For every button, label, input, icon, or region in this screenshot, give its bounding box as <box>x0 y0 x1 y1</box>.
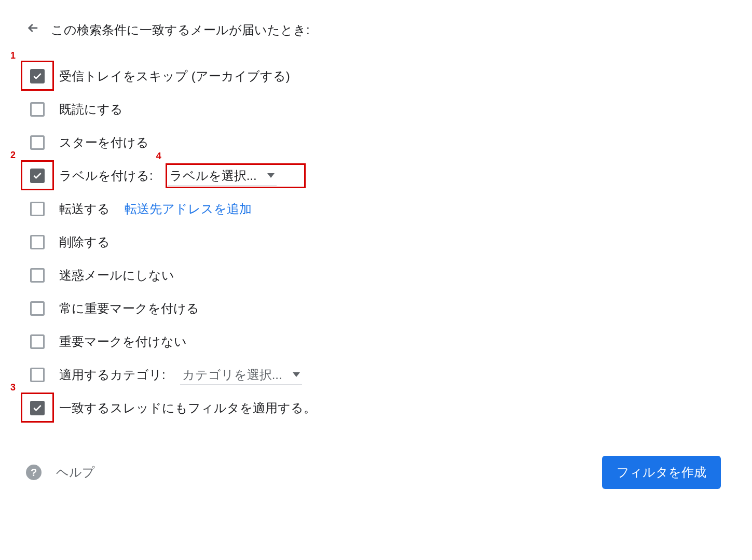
option-star: スターを付ける <box>30 126 726 159</box>
option-mark-read: 既読にする <box>30 93 726 126</box>
label-apply-label: ラベルを付ける: <box>59 167 153 184</box>
option-never-spam: 迷惑メールにしない <box>30 259 726 292</box>
option-apply-label: 2 ラベルを付ける: 4 ラベルを選択... <box>30 159 726 192</box>
help-icon[interactable]: ? <box>26 465 42 480</box>
label-star: スターを付ける <box>59 134 149 151</box>
chevron-down-icon <box>267 173 275 178</box>
option-delete: 削除する <box>30 226 726 259</box>
label-apply-category: 適用するカテゴリ: <box>59 367 166 383</box>
help-link[interactable]: ヘルプ <box>56 464 95 481</box>
dropdown-label-select[interactable]: ラベルを選択... <box>168 166 277 186</box>
annotation-label-1: 1 <box>10 50 16 61</box>
option-never-important: 重要マークを付けない <box>30 325 726 358</box>
label-skip-inbox: 受信トレイをスキップ (アーカイブする) <box>59 68 290 85</box>
annotation-label-2: 2 <box>10 150 16 161</box>
checkbox-never-important[interactable] <box>30 334 45 349</box>
option-also-apply: 3 一致するスレッドにもフィルタを適用する。 <box>30 391 726 425</box>
label-always-important: 常に重要マークを付ける <box>59 300 199 317</box>
annotation-label-3: 3 <box>10 382 16 393</box>
dropdown-category-select[interactable]: カテゴリを選択... <box>180 366 302 385</box>
option-always-important: 常に重要マークを付ける <box>30 292 726 325</box>
checkbox-always-important[interactable] <box>30 301 45 316</box>
label-never-spam: 迷惑メールにしない <box>59 267 174 284</box>
checkbox-skip-inbox[interactable] <box>30 69 45 83</box>
filter-form: この検索条件に一致するメールが届いたとき: 1 受信トレイをスキップ (アーカイ… <box>0 0 752 505</box>
checkbox-apply-label[interactable] <box>30 169 45 183</box>
option-forward: 転送する 転送先アドレスを追加 <box>30 192 726 226</box>
annotation-label-4: 4 <box>156 151 161 162</box>
create-filter-button[interactable]: フィルタを作成 <box>602 456 721 489</box>
label-mark-read: 既読にする <box>59 101 123 118</box>
checkbox-never-spam[interactable] <box>30 268 45 283</box>
checkbox-mark-read[interactable] <box>30 102 45 117</box>
checkbox-also-apply[interactable] <box>30 401 45 415</box>
options-list: 1 受信トレイをスキップ (アーカイブする) 既読にする スターを付ける 2 <box>26 60 726 425</box>
header-title: この検索条件に一致するメールが届いたとき: <box>51 22 310 38</box>
back-arrow-icon[interactable] <box>26 21 40 39</box>
chevron-down-icon <box>293 372 300 377</box>
footer-left: ? ヘルプ <box>26 464 95 481</box>
option-skip-inbox: 1 受信トレイをスキップ (アーカイブする) <box>30 60 726 93</box>
label-forward: 転送する <box>59 201 110 217</box>
label-also-apply: 一致するスレッドにもフィルタを適用する。 <box>59 400 316 416</box>
label-delete: 削除する <box>59 234 110 250</box>
label-never-important: 重要マークを付けない <box>59 333 187 350</box>
checkbox-delete[interactable] <box>30 235 45 249</box>
footer-row: ? ヘルプ フィルタを作成 <box>26 456 726 489</box>
link-add-forward-address[interactable]: 転送先アドレスを追加 <box>125 201 252 217</box>
checkbox-star[interactable] <box>30 135 45 150</box>
dropdown-label-text: ラベルを選択... <box>170 167 257 184</box>
option-apply-category: 適用するカテゴリ: カテゴリを選択... <box>30 358 726 391</box>
header-row: この検索条件に一致するメールが届いたとき: <box>26 21 726 39</box>
checkbox-apply-category[interactable] <box>30 368 45 382</box>
dropdown-category-text: カテゴリを選択... <box>182 367 282 383</box>
checkbox-forward[interactable] <box>30 202 45 216</box>
